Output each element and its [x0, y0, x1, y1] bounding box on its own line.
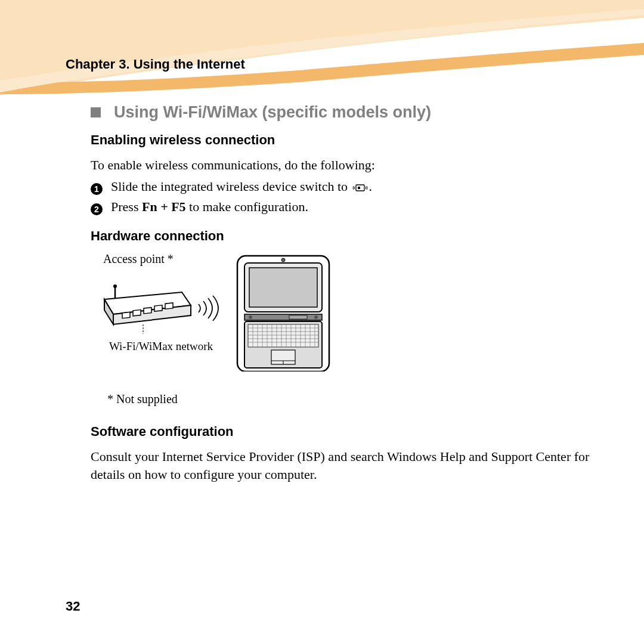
- step-2-number-icon: 2: [91, 203, 103, 215]
- access-point-label: Access point *: [103, 252, 174, 266]
- svg-point-15: [314, 315, 318, 319]
- step-1: 1 Slide the integrated wireless device s…: [91, 178, 602, 196]
- hardware-heading: Hardware connection: [91, 228, 602, 244]
- svg-rect-1: [358, 187, 360, 189]
- svg-rect-4: [133, 310, 141, 316]
- svg-rect-5: [144, 308, 151, 314]
- wireless-switch-icon: [352, 183, 368, 193]
- chapter-title: Chapter 3. Using the Internet: [66, 57, 602, 72]
- svg-point-2: [113, 284, 117, 288]
- wireless-signal-icon: [194, 293, 224, 323]
- svg-rect-11: [249, 268, 317, 307]
- hardware-diagram: Access point *: [98, 252, 602, 371]
- step-2: 2 Press Fn + F5 to make configuration.: [91, 198, 602, 216]
- svg-rect-3: [122, 312, 130, 318]
- enabling-heading: Enabling wireless connection: [91, 132, 602, 148]
- step-1-number-icon: 1: [91, 183, 103, 195]
- software-heading: Software configuration: [91, 424, 602, 439]
- bullet-square-icon: [91, 107, 101, 117]
- svg-point-12: [281, 258, 285, 262]
- page-number: 32: [66, 599, 80, 614]
- svg-rect-13: [244, 314, 322, 320]
- svg-rect-16: [289, 315, 307, 319]
- section-title: Using Wi-Fi/WiMax (specific models only): [114, 103, 431, 122]
- enabling-intro: To enable wireless communications, do th…: [91, 156, 602, 174]
- step-1-text: Slide the integrated wireless device swi…: [111, 178, 372, 196]
- access-point-column: Access point *: [98, 252, 224, 353]
- step-2-text: Press Fn + F5 to make configuration.: [111, 198, 308, 216]
- hardware-footnote: * Not supplied: [107, 392, 602, 406]
- svg-point-14: [249, 315, 252, 319]
- network-label: Wi-Fi/WiMax network: [109, 340, 213, 353]
- laptop-icon: [233, 252, 334, 371]
- svg-rect-7: [165, 303, 173, 309]
- section-header: Using Wi-Fi/WiMax (specific models only): [91, 103, 602, 122]
- router-icon: [98, 281, 194, 335]
- software-body: Consult your Internet Service Provider (…: [91, 448, 602, 483]
- svg-rect-6: [154, 305, 162, 311]
